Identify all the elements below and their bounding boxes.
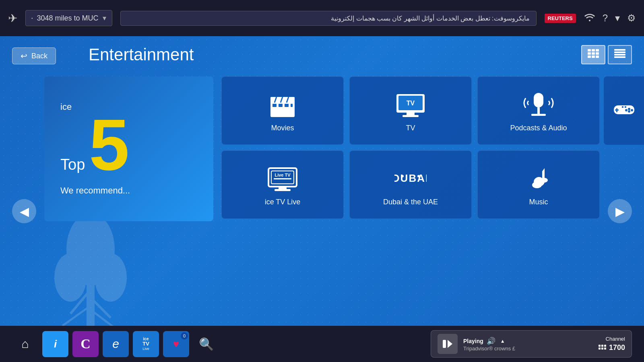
search-btn[interactable]: 🔍 <box>193 331 219 357</box>
svg-point-54 <box>628 110 630 113</box>
podcasts-icon <box>522 91 555 119</box>
dropdown-icon[interactable]: ▾ <box>615 12 620 24</box>
currency-btn[interactable]: C <box>72 331 99 357</box>
svg-rect-27 <box>279 104 283 107</box>
playing-track: Tripadvisor® crowns £ <box>463 346 593 352</box>
reuters-badge: REUTERS <box>545 14 576 23</box>
svg-point-45 <box>401 175 404 177</box>
flight-icon: ✈ <box>8 12 17 25</box>
svg-rect-21 <box>270 101 295 117</box>
top-right-icons: ? ▾ ⚙ <box>584 12 636 24</box>
nav-arrow-right[interactable]: ▶ <box>608 199 632 223</box>
dubai-icon: DUBAI <box>394 165 427 193</box>
svg-rect-65 <box>604 348 606 350</box>
svg-text:Live TV: Live TV <box>275 173 291 177</box>
back-label: Back <box>31 52 47 60</box>
flight-info[interactable]: • 3048 miles to MUC ▾ <box>25 10 112 26</box>
email-btn[interactable]: e <box>103 331 129 357</box>
svg-rect-28 <box>285 104 289 107</box>
favorites-btn[interactable]: ♥ 0 <box>163 331 189 357</box>
svg-rect-19 <box>614 54 625 56</box>
svg-rect-12 <box>592 52 595 55</box>
svg-rect-32 <box>407 113 415 115</box>
card-movies[interactable]: Movies <box>221 76 344 145</box>
view-list-btn[interactable] <box>581 45 605 64</box>
svg-rect-20 <box>614 56 625 58</box>
tv-live-btn[interactable]: ice TV Live <box>133 331 159 357</box>
top-bar: ✈ • 3048 miles to MUC ▾ مايكروسوفت: تعطل… <box>0 0 644 36</box>
top5-recommend: We recommend... <box>60 185 130 195</box>
playing-status: Playing <box>463 338 483 344</box>
wifi-icon[interactable] <box>584 12 595 24</box>
flight-dropdown-arrow[interactable]: ▾ <box>103 14 106 23</box>
games-partial-card[interactable] <box>604 76 644 145</box>
card-music[interactable]: Music <box>477 150 600 219</box>
podcasts-label: Podcasts & Audio <box>510 124 567 132</box>
movies-icon <box>266 91 299 119</box>
channel-number: 1700 <box>609 343 625 352</box>
bottom-bar: ⌂ i C e ice TV Live ♥ 0 🔍 Playing <box>0 326 644 362</box>
view-toggle <box>581 45 632 64</box>
svg-point-47 <box>532 182 542 188</box>
gamepad-icon <box>613 102 635 120</box>
page-title: Entertainment <box>89 45 194 64</box>
svg-rect-11 <box>588 52 591 55</box>
music-icon <box>522 165 555 193</box>
svg-rect-57 <box>625 106 626 108</box>
favorites-badge: 0 <box>180 332 188 340</box>
volume-icon: 🔊 <box>487 337 495 346</box>
dubai-label: Dubai & the UAE <box>383 198 438 206</box>
svg-point-53 <box>631 109 633 111</box>
settings-icon[interactable]: ⚙ <box>627 12 636 24</box>
channel-up-arrow[interactable]: ▲ <box>500 338 505 344</box>
playing-info: Playing 🔊 ▲ Tripadvisor® crowns £ <box>463 337 593 352</box>
svg-rect-40 <box>275 189 291 191</box>
info-btn[interactable]: i <box>42 331 68 357</box>
svg-rect-39 <box>279 187 287 189</box>
now-playing: Playing 🔊 ▲ Tripadvisor® crowns £ Channe… <box>431 330 632 358</box>
livetv-icon: Live TV <box>266 165 299 193</box>
svg-rect-35 <box>534 93 543 107</box>
svg-rect-10 <box>596 49 599 51</box>
back-button[interactable]: ↩ Back <box>12 47 56 64</box>
card-podcasts[interactable]: Podcasts & Audio <box>477 76 600 145</box>
svg-rect-17 <box>614 49 625 51</box>
svg-rect-9 <box>592 49 595 51</box>
flight-dot: • <box>31 16 33 21</box>
card-tv[interactable]: TV TV <box>349 76 472 145</box>
svg-rect-58 <box>443 340 446 348</box>
play-pause-btn[interactable] <box>438 334 458 354</box>
svg-rect-29 <box>291 104 293 107</box>
tv-label: TV <box>406 124 415 132</box>
card-livetv[interactable]: Live TV ice TV Live <box>221 150 344 219</box>
help-icon[interactable]: ? <box>603 12 608 24</box>
svg-point-55 <box>625 109 627 111</box>
svg-rect-14 <box>588 56 591 58</box>
livetv-label: ice TV Live <box>265 198 301 206</box>
card-dubai[interactable]: DUBAI Dubai & the UAE <box>349 150 472 219</box>
svg-rect-26 <box>272 104 277 107</box>
music-label: Music <box>529 198 548 206</box>
svg-rect-33 <box>402 115 419 117</box>
svg-rect-61 <box>601 345 603 347</box>
tv-icon: TV <box>394 91 427 119</box>
svg-rect-15 <box>592 56 595 58</box>
home-btn[interactable]: ⌂ <box>12 331 38 357</box>
svg-rect-56 <box>622 106 623 108</box>
news-ticker: مايكروسوفت: تعطل بعض الخدمات أوائل الشهر… <box>120 11 537 26</box>
top5-card[interactable]: ice Top 5 We recommend... <box>44 76 213 221</box>
svg-rect-51 <box>615 109 619 111</box>
svg-point-48 <box>541 178 548 183</box>
svg-rect-13 <box>596 52 599 55</box>
svg-point-46 <box>417 175 420 177</box>
view-grid-btn[interactable] <box>608 45 632 64</box>
svg-rect-64 <box>601 348 603 350</box>
svg-rect-62 <box>604 345 606 347</box>
nav-arrow-left[interactable]: ◀ <box>12 199 36 223</box>
top-label: Top <box>60 156 85 173</box>
svg-rect-63 <box>599 348 601 350</box>
svg-text:DUBAI: DUBAI <box>394 172 427 184</box>
svg-marker-59 <box>448 340 452 348</box>
ice-label: ice <box>60 102 72 112</box>
channel-info: Channel 1700 <box>599 336 625 352</box>
